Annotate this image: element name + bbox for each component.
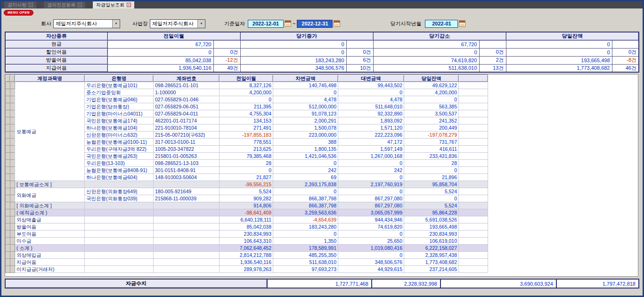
balance-cell[interactable]: 200,449 <box>404 124 459 132</box>
bank-name-cell[interactable]: 우리은행(보통예금101) <box>85 82 154 89</box>
date-to-input[interactable]: 2022-12-31 <box>297 20 333 28</box>
row-selector[interactable] <box>10 202 15 209</box>
credit-cell[interactable]: 867,297,080 <box>338 202 404 209</box>
balance-cell[interactable]: 241,352 <box>404 117 459 124</box>
debit-cell[interactable]: 1,350 <box>273 238 338 245</box>
carry-cell[interactable]: 909,282 <box>220 195 273 202</box>
tab-fund-daily-report[interactable]: 자금일보조회 × <box>93 1 134 8</box>
row-selector[interactable] <box>6 167 10 174</box>
debit-cell[interactable]: 2,393,175,838 <box>273 181 338 188</box>
amount-cell[interactable]: 0 <box>506 40 612 48</box>
row-selector[interactable] <box>6 82 10 89</box>
carry-cell[interactable]: 28 <box>220 160 273 167</box>
amount-cell[interactable]: 1,773,408,682 <box>506 64 612 72</box>
row-selector[interactable] <box>6 132 10 139</box>
row-selector[interactable] <box>10 245 15 252</box>
credit-cell[interactable]: 0 <box>338 160 404 167</box>
account-label-cell[interactable]: 지급어음 <box>15 259 85 266</box>
row-selector[interactable] <box>10 209 15 216</box>
account-label-cell[interactable]: 부도어음 <box>15 231 85 238</box>
debit-cell[interactable]: 0 <box>273 160 338 167</box>
credit-cell[interactable]: 511,648,010 <box>338 103 404 110</box>
debit-cell[interactable]: 1,421,046,536 <box>273 153 338 160</box>
row-selector[interactable] <box>6 110 10 117</box>
account-no-cell[interactable] <box>154 238 220 245</box>
bank-name-cell[interactable] <box>85 216 154 223</box>
carry-cell[interactable]: -197,855,183 <box>220 132 273 139</box>
account-label-cell[interactable]: ( 예적금소계 ) <box>15 209 85 216</box>
amount-cell[interactable]: 1,936,540,116 <box>107 64 213 72</box>
calendar-icon[interactable] <box>334 20 340 27</box>
debit-cell[interactable]: 0 <box>273 231 338 238</box>
row-selector[interactable] <box>10 160 15 167</box>
account-group-cell[interactable]: 보통예금 <box>15 82 85 181</box>
balance-cell[interactable]: 3,500,537 <box>404 110 459 117</box>
site-select[interactable]: 제일저지주식회사 ▼ <box>150 19 205 28</box>
debit-cell[interactable]: 1,500,078 <box>273 124 338 132</box>
carry-cell[interactable]: 21,827 <box>220 174 273 181</box>
bank-name-cell[interactable]: 우리은행(13-103) <box>85 160 154 167</box>
row-selector[interactable] <box>6 209 10 216</box>
bank-name-cell[interactable] <box>85 181 154 188</box>
row-selector[interactable] <box>6 252 10 259</box>
credit-cell[interactable]: 1,019,080,416 <box>338 245 404 252</box>
account-no-cell[interactable] <box>154 259 220 266</box>
bank-name-cell[interactable]: 중소기업중앙회 <box>85 89 154 96</box>
debit-cell[interactable]: 178,589,991 <box>273 245 338 252</box>
account-label-cell[interactable]: 받을어음 <box>15 223 85 231</box>
row-selector[interactable] <box>6 153 10 160</box>
account-no-cell[interactable]: 180-005-921649 <box>154 188 220 195</box>
carry-cell[interactable]: 8,327,126 <box>220 82 273 89</box>
count-cell[interactable]: -12건 <box>213 56 240 64</box>
row-selector[interactable] <box>10 195 15 202</box>
row-selector[interactable] <box>10 139 15 146</box>
balance-cell[interactable]: 563,385 <box>404 103 459 110</box>
row-selector[interactable] <box>6 89 10 96</box>
credit-cell[interactable]: 867,297,080 <box>338 195 404 202</box>
debit-cell[interactable]: 97,693,273 <box>273 266 338 273</box>
credit-cell[interactable]: 3,065,057,999 <box>338 209 404 216</box>
tab-notice[interactable]: 공지사항 × <box>4 1 36 8</box>
row-selector[interactable] <box>10 153 15 160</box>
carry-cell[interactable]: 7,062,648,452 <box>220 245 273 252</box>
credit-cell[interactable]: 74,619,820 <box>338 223 404 231</box>
count-cell[interactable]: 46건 <box>612 64 639 72</box>
carry-cell[interactable]: 778,551 <box>220 139 273 146</box>
carry-cell[interactable]: 5,524 <box>220 188 273 195</box>
account-no-cell[interactable]: 027-055829-01-046 <box>154 96 220 103</box>
carry-cell[interactable]: 230,834,993 <box>220 231 273 238</box>
row-selector[interactable] <box>10 174 15 181</box>
account-group-cell[interactable]: 외화예금 <box>15 188 85 202</box>
bank-name-cell[interactable]: 신한은행(외화통장649) <box>85 188 154 195</box>
bank-name-cell[interactable]: 국민은행(보통예금174) <box>85 117 154 124</box>
account-no-cell[interactable] <box>154 209 220 216</box>
carry-cell[interactable]: 0 <box>220 167 273 174</box>
balance-cell[interactable]: 5,524 <box>404 188 459 195</box>
count-cell[interactable]: 6건 <box>346 56 373 64</box>
bank-name-cell[interactable]: 농협은행(보통예금8408-91) <box>85 167 154 174</box>
amount-cell[interactable]: 74,619,820 <box>373 56 479 64</box>
bank-name-cell[interactable]: 기업은행(마이너스04011) <box>85 110 154 117</box>
account-no-cell[interactable]: 462201-01-017174 <box>154 117 220 124</box>
bank-name-cell[interactable] <box>85 238 154 245</box>
count-cell[interactable] <box>612 40 639 48</box>
account-no-cell[interactable]: 221-910010-78104 <box>154 124 220 132</box>
account-label-cell[interactable]: [ 보통예금소계 ] <box>15 181 85 188</box>
bank-name-cell[interactable] <box>85 266 154 273</box>
balance-cell[interactable]: 731,767 <box>404 139 459 146</box>
row-selector[interactable] <box>6 117 10 124</box>
debit-cell[interactable]: 3,259,563,636 <box>273 209 338 216</box>
account-no-cell[interactable] <box>154 252 220 259</box>
count-cell[interactable]: 0건 <box>479 48 506 56</box>
debit-cell[interactable]: 242 <box>273 167 338 174</box>
row-selector[interactable] <box>10 231 15 238</box>
debit-cell[interactable]: 388 <box>273 139 338 146</box>
debit-cell[interactable]: 512,000,000 <box>273 103 338 110</box>
bank-name-cell[interactable] <box>85 231 154 238</box>
carry-cell[interactable]: 4,755,304 <box>220 110 273 117</box>
account-no-cell[interactable]: 027-055829-06-051 <box>154 103 220 110</box>
carry-cell[interactable]: 4,200,000 <box>220 89 273 96</box>
row-selector[interactable] <box>6 223 10 231</box>
row-selector[interactable] <box>10 110 15 117</box>
count-cell[interactable] <box>479 40 506 48</box>
